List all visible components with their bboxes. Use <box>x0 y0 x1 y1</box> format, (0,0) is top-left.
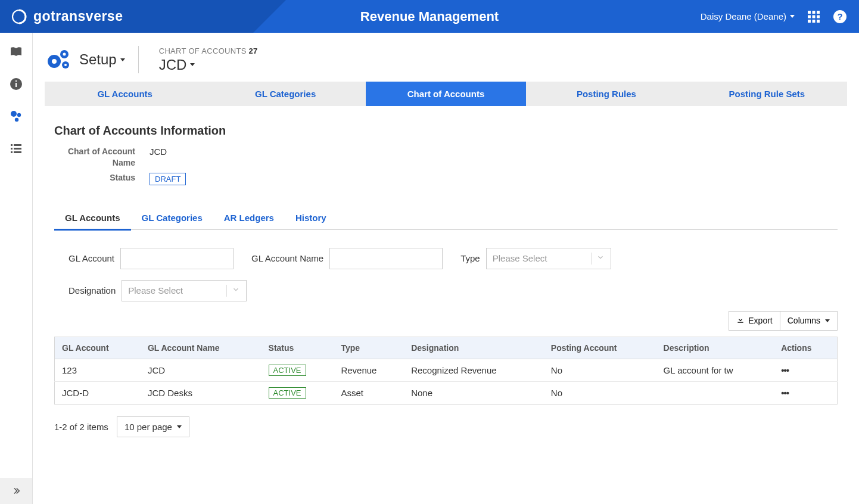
tab-gl-accounts[interactable]: GL Accounts <box>45 82 205 106</box>
th-status[interactable]: Status <box>262 337 334 359</box>
tab-chart-of-accounts[interactable]: Chart of Accounts <box>366 82 526 106</box>
svg-rect-3 <box>817 11 820 14</box>
setup-gear-icon <box>45 46 72 73</box>
filter-type: Type Please Select <box>460 248 611 269</box>
filter-gl-account-name: GL Account Name <box>251 248 443 269</box>
nav-setup-icon[interactable] <box>9 109 23 123</box>
th-actions[interactable]: Actions <box>774 337 837 359</box>
filter-label-gl-account: GL Account <box>69 253 114 263</box>
info-row-status: Status DRAFT <box>54 172 838 185</box>
row-actions-menu[interactable]: ••• <box>781 388 789 398</box>
chevron-down-icon <box>825 319 830 322</box>
user-menu[interactable]: Daisy Deane (Deane) <box>701 11 795 21</box>
setup-dropdown[interactable]: Setup <box>79 51 125 68</box>
filter-label-type: Type <box>460 253 480 263</box>
row-actions-menu[interactable]: ••• <box>781 365 789 375</box>
per-page-select[interactable]: 10 per page <box>117 416 189 437</box>
cell-status: ACTIVE <box>262 381 334 404</box>
gl-account-name-input[interactable] <box>329 248 443 269</box>
cell-gl-account-name: JCD Desks <box>141 381 262 404</box>
subtab-history[interactable]: History <box>285 207 337 231</box>
help-icon[interactable]: ? <box>833 10 847 24</box>
cell-actions: ••• <box>774 381 837 404</box>
breadcrumb: CHART OF ACCOUNTS 27 JCD <box>148 46 258 73</box>
svg-point-29 <box>64 64 67 66</box>
cell-actions: ••• <box>774 359 837 381</box>
filter-label-designation: Designation <box>69 285 116 295</box>
th-posting-account[interactable]: Posting Account <box>544 337 656 359</box>
nav-list-icon[interactable] <box>9 141 23 155</box>
nav-info-icon[interactable] <box>9 77 23 91</box>
page-header: Setup CHART OF ACCOUNTS 27 JCD <box>33 33 859 82</box>
download-icon <box>736 316 745 326</box>
info-row-name: Chart of Account Name JCD <box>54 146 838 169</box>
breadcrumb-label: CHART OF ACCOUNTS <box>159 46 247 55</box>
svg-rect-21 <box>14 148 21 150</box>
th-description[interactable]: Description <box>656 337 774 359</box>
cell-gl-account: JCD-D <box>55 381 141 404</box>
svg-rect-1 <box>808 11 811 14</box>
status-badge: ACTIVE <box>269 365 306 376</box>
brand-block[interactable]: gotransverse <box>0 0 133 33</box>
th-gl-account-name[interactable]: GL Account Name <box>141 337 262 359</box>
gl-account-input[interactable] <box>120 248 234 269</box>
svg-rect-22 <box>11 151 13 153</box>
export-button[interactable]: Export <box>729 311 780 331</box>
columns-button[interactable]: Columns <box>780 311 838 331</box>
filter-bar: GL Account GL Account Name Type Please S… <box>33 230 859 307</box>
nav-book-icon[interactable] <box>9 45 23 59</box>
table-row: JCD-D JCD Desks ACTIVE Asset None No ••• <box>55 381 838 404</box>
svg-point-25 <box>52 59 57 64</box>
select-separator <box>591 253 592 265</box>
cell-description: GL account for tw <box>656 359 774 381</box>
subtab-gl-accounts[interactable]: GL Accounts <box>54 207 131 231</box>
chevron-down-icon <box>177 425 182 428</box>
breadcrumb-name: JCD <box>159 57 187 73</box>
svg-rect-13 <box>15 83 17 87</box>
svg-rect-18 <box>11 144 13 146</box>
tab-gl-categories[interactable]: GL Categories <box>205 82 365 106</box>
table-wrap: GL Account GL Account Name Status Type D… <box>33 337 859 405</box>
apps-grid-icon[interactable] <box>807 10 821 24</box>
svg-rect-5 <box>813 15 816 18</box>
select-separator <box>226 285 227 297</box>
filter-label-gl-account-name: GL Account Name <box>251 253 323 263</box>
designation-select-placeholder: Please Select <box>128 285 183 295</box>
table-row: 123 JCD ACTIVE Revenue Recognized Revenu… <box>55 359 838 381</box>
section-title: Chart of Accounts Information <box>54 124 838 138</box>
filter-designation: Designation Please Select <box>69 280 838 301</box>
type-select[interactable]: Please Select <box>486 248 611 269</box>
tab-posting-rules[interactable]: Posting Rules <box>526 82 686 106</box>
chevron-down-icon <box>120 58 125 61</box>
export-label: Export <box>748 316 772 325</box>
svg-rect-9 <box>817 20 820 23</box>
status-badge: ACTIVE <box>269 387 306 399</box>
columns-label: Columns <box>788 316 820 325</box>
chevron-down-icon <box>190 63 195 66</box>
svg-rect-23 <box>14 151 21 153</box>
sub-tabs: GL Accounts GL Categories AR Ledgers His… <box>54 207 838 230</box>
subtab-gl-categories[interactable]: GL Categories <box>131 207 213 231</box>
designation-select[interactable]: Please Select <box>122 280 247 301</box>
cell-posting-account: No <box>544 381 656 404</box>
svg-text:?: ? <box>837 11 842 21</box>
table-header-row: GL Account GL Account Name Status Type D… <box>55 337 838 359</box>
svg-rect-7 <box>808 20 811 23</box>
filter-gl-account: GL Account <box>69 248 234 269</box>
pager-info: 1-2 of 2 items <box>54 422 108 432</box>
info-value-status: DRAFT <box>150 172 186 185</box>
chevron-down-icon <box>232 285 240 295</box>
breadcrumb-dropdown[interactable]: JCD <box>159 57 258 73</box>
subtab-ar-ledgers[interactable]: AR Ledgers <box>213 207 285 231</box>
th-gl-account[interactable]: GL Account <box>55 337 141 359</box>
user-name: Daisy Deane (Deane) <box>701 11 786 21</box>
page-title: Revenue Management <box>360 9 499 24</box>
cell-gl-account: 123 <box>55 359 141 381</box>
cell-description <box>656 381 774 404</box>
tab-posting-rule-sets[interactable]: Posting Rule Sets <box>687 82 847 106</box>
th-type[interactable]: Type <box>334 337 404 359</box>
cell-gl-account-name: JCD <box>141 359 262 381</box>
th-designation[interactable]: Designation <box>404 337 544 359</box>
svg-point-15 <box>11 111 17 117</box>
cell-designation: None <box>404 381 544 404</box>
